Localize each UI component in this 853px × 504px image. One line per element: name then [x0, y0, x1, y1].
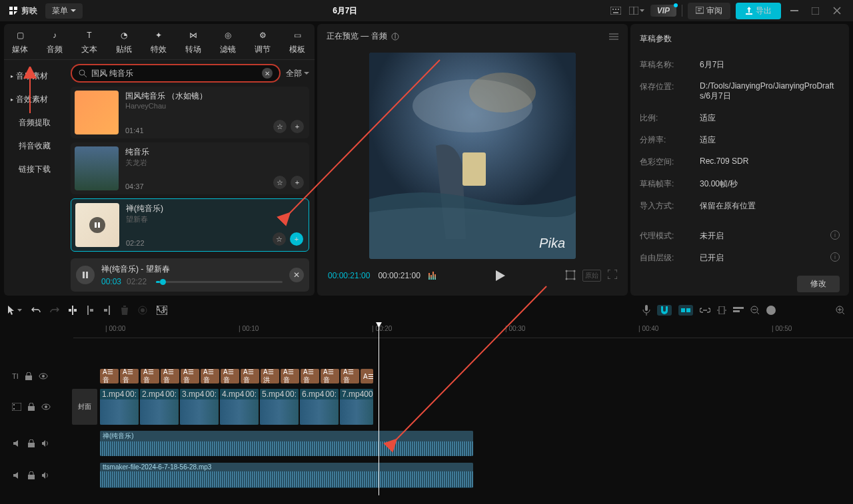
music-item[interactable]: 国风纯音乐 （水如镜）HarveyChau01:41 ☆+ [71, 87, 309, 138]
category-音乐素材[interactable]: ▸音乐素材 [4, 65, 65, 87]
add-button[interactable]: + [291, 120, 304, 133]
text-clip[interactable]: A☰ 音 [120, 369, 139, 383]
split-right-tool[interactable] [103, 306, 111, 315]
favorite-button[interactable]: ☆ [273, 232, 286, 246]
lock-icon[interactable] [25, 372, 32, 380]
keyboard-icon[interactable] [608, 3, 624, 19]
modify-button[interactable]: 修改 [797, 276, 840, 292]
zoom-fit-icon[interactable] [836, 306, 845, 315]
eye-icon[interactable] [39, 373, 48, 379]
undo-button[interactable] [31, 306, 41, 314]
audio-clip[interactable]: 禅(纯音乐) [100, 431, 473, 456]
pause-icon[interactable] [89, 217, 105, 233]
text-clip[interactable]: A☰ [361, 369, 373, 383]
cursor-tool[interactable] [8, 306, 22, 315]
text-clip[interactable]: A☰ 音 [100, 369, 119, 383]
zoom-out-icon[interactable] [750, 306, 760, 315]
add-button[interactable]: + [291, 176, 304, 189]
preview-icon[interactable] [717, 306, 726, 314]
text-clip[interactable]: A☰ 音 [321, 369, 339, 383]
tab-模板[interactable]: ▭模板 [289, 28, 305, 55]
category-音频提取[interactable]: 音频提取 [4, 112, 65, 134]
text-clip[interactable]: A☰ 音 [281, 369, 299, 383]
tab-贴纸[interactable]: ◔贴纸 [116, 28, 132, 55]
text-clip[interactable]: A☰ 洪 [261, 369, 279, 383]
player-play-button[interactable] [76, 266, 95, 284]
speaker-icon[interactable] [41, 439, 49, 447]
category-抖音收藏[interactable]: 抖音收藏 [4, 135, 65, 157]
caption-tool[interactable]: Aあ [157, 306, 167, 315]
lock-icon[interactable] [28, 403, 35, 411]
add-button[interactable]: + [290, 232, 303, 246]
category-音效素材[interactable]: ▸音效素材 [4, 89, 65, 111]
track-icon[interactable] [733, 307, 744, 314]
tab-文本[interactable]: T文本 [81, 28, 97, 55]
tab-媒体[interactable]: ▢媒体 [12, 28, 28, 55]
search-input[interactable] [91, 69, 258, 78]
text-clip[interactable]: A☰ 音 [221, 369, 239, 383]
video-clip[interactable]: 1.mp400: [100, 389, 139, 425]
fullscreen-icon[interactable] [608, 270, 617, 282]
video-clip[interactable]: 6.mp400: [300, 389, 339, 425]
video-clip[interactable]: 4.mp400: [220, 389, 259, 425]
layout-icon[interactable] [629, 3, 645, 19]
timeline[interactable]: | 00:00| 00:10| 00:20| 00:30| 00:40| 00:… [0, 322, 853, 503]
info-icon[interactable]: i [830, 252, 840, 262]
menu-button[interactable]: 菜单 [45, 3, 83, 19]
record-tool[interactable] [138, 306, 147, 315]
export-button[interactable]: 导出 [736, 3, 781, 19]
text-clip[interactable]: A☰ 音 [141, 369, 159, 383]
tab-音频[interactable]: ♪音频 [47, 28, 63, 55]
tab-特效[interactable]: ✦特效 [151, 28, 167, 55]
timeline-ruler[interactable]: | 00:00| 00:10| 00:20| 00:30| 00:40| 00:… [73, 322, 853, 338]
video-clip[interactable]: 5.mp400: [260, 389, 299, 425]
text-clip[interactable]: A☰ 音 [181, 369, 199, 383]
text-clip[interactable]: A☰ 音 [161, 369, 179, 383]
review-button[interactable]: 审阅 [688, 3, 730, 19]
text-clip[interactable]: A☰ 音 [301, 369, 319, 383]
video-clip[interactable]: 3.mp400: [180, 389, 219, 425]
tab-转场[interactable]: ⋈转场 [185, 28, 201, 55]
video-clip[interactable]: 7.mp400: [340, 389, 373, 425]
vip-badge[interactable]: VIP [650, 5, 676, 17]
close-button[interactable] [829, 3, 845, 19]
delete-tool[interactable] [121, 306, 129, 315]
video-clip[interactable]: 2.mp400: [140, 389, 179, 425]
crop-icon[interactable] [565, 270, 576, 282]
lock-icon[interactable] [28, 439, 35, 447]
playhead[interactable] [379, 322, 379, 495]
music-item[interactable]: 纯音乐关龙岩04:37 ☆+ [71, 142, 309, 194]
search-box[interactable]: ✕ [71, 64, 281, 83]
maximize-button[interactable] [808, 3, 824, 19]
split-tool[interactable] [69, 306, 77, 315]
mic-icon[interactable] [642, 305, 650, 316]
filter-dropdown[interactable]: 全部 [286, 68, 309, 79]
info-icon[interactable]: i [830, 230, 840, 240]
favorite-button[interactable]: ☆ [273, 120, 287, 133]
audio-clip[interactable]: ttsmaker-file-2024-6-7-18-56-28.mp3 [100, 463, 473, 488]
ratio-icon[interactable]: 原始 [582, 270, 601, 282]
cover-thumbnail[interactable]: 封面 [72, 389, 97, 425]
speaker-icon[interactable] [41, 471, 49, 479]
eye-icon[interactable] [41, 403, 51, 410]
preview-play-button[interactable] [496, 270, 505, 281]
category-链接下载[interactable]: 链接下载 [4, 158, 65, 180]
magnet-tool[interactable] [657, 305, 672, 316]
zoom-slider[interactable] [766, 306, 776, 315]
chain-icon[interactable] [700, 307, 710, 314]
favorite-button[interactable]: ☆ [273, 176, 287, 189]
close-player-button[interactable]: ✕ [289, 268, 304, 282]
lock-icon[interactable] [28, 471, 35, 479]
tab-滤镜[interactable]: ◎滤镜 [220, 28, 236, 55]
player-progress[interactable] [156, 281, 283, 283]
text-clip[interactable]: A☰ 音 [201, 369, 219, 383]
tab-调节[interactable]: ⚙调节 [255, 28, 271, 55]
text-clip[interactable]: A☰ 音 [341, 369, 359, 383]
split-left-tool[interactable] [86, 306, 94, 315]
clear-search-button[interactable]: ✕ [262, 68, 273, 79]
minimize-button[interactable] [786, 3, 802, 19]
music-item[interactable]: 禅(纯音乐)望新春02:22 ☆+ [71, 198, 309, 252]
text-clip[interactable]: A☰ 音 [241, 369, 259, 383]
info-icon[interactable]: i [391, 33, 399, 41]
preview-menu-button[interactable] [609, 33, 618, 40]
